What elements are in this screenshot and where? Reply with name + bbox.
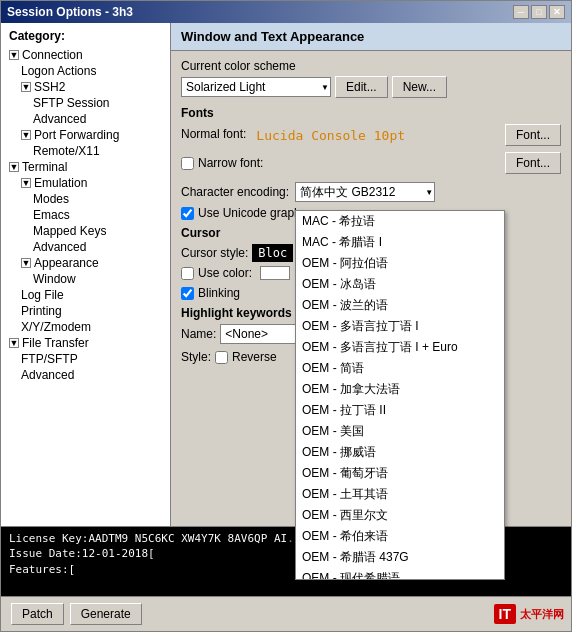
- encoding-row: Character encoding: 简体中文 GB2312 ▼: [181, 182, 561, 202]
- blinking-checkbox[interactable]: [181, 287, 194, 300]
- tree-label: SSH2: [34, 80, 65, 94]
- encoding-option[interactable]: OEM - 简语: [296, 358, 504, 379]
- site-name: 太平洋网: [520, 607, 564, 622]
- encoding-option[interactable]: OEM - 冰岛语: [296, 274, 504, 295]
- title-bar: Session Options - 3h3 ─ □ ✕: [1, 1, 571, 23]
- window-body: Category: ▼ Connection Logon Actions ▼ S…: [1, 23, 571, 526]
- expand-icon: ▼: [21, 82, 31, 92]
- narrow-font-checkbox[interactable]: [181, 157, 194, 170]
- title-bar-controls: ─ □ ✕: [513, 5, 565, 19]
- tree-item-xyzmodem[interactable]: X/Y/Zmodem: [1, 319, 170, 335]
- use-color-checkbox[interactable]: [181, 267, 194, 280]
- tree-label: Log File: [21, 288, 64, 302]
- tree-item-advanced-ft[interactable]: Advanced: [1, 367, 170, 383]
- encoding-label: Character encoding:: [181, 185, 289, 199]
- cursor-style-label: Cursor style:: [181, 246, 248, 260]
- encoding-option[interactable]: OEM - 美国: [296, 421, 504, 442]
- tree-item-log-file[interactable]: Log File: [1, 287, 170, 303]
- encoding-option[interactable]: OEM - 拉丁语 II: [296, 400, 504, 421]
- tree-item-window[interactable]: Window: [1, 271, 170, 287]
- encoding-select[interactable]: 简体中文 GB2312: [295, 182, 435, 202]
- tree-item-printing[interactable]: Printing: [1, 303, 170, 319]
- tree-item-appearance[interactable]: ▼ Appearance: [1, 255, 170, 271]
- encoding-option[interactable]: OEM - 挪威语: [296, 442, 504, 463]
- tree-item-sftp[interactable]: SFTP Session: [1, 95, 170, 111]
- unicode-checkbox[interactable]: [181, 207, 194, 220]
- encoding-option[interactable]: OEM - 阿拉伯语: [296, 253, 504, 274]
- color-scheme-row: Solarized Light Default Dark Custom ▼ Ed…: [181, 76, 561, 98]
- encoding-option[interactable]: OEM - 加拿大法语: [296, 379, 504, 400]
- encoding-dropdown-wrapper: 简体中文 GB2312 ▼: [295, 182, 435, 202]
- narrow-font-label: Narrow font:: [198, 156, 263, 170]
- tree-label: X/Y/Zmodem: [21, 320, 91, 334]
- tree-item-ssh2[interactable]: ▼ SSH2: [1, 79, 170, 95]
- window-title: Session Options - 3h3: [7, 5, 133, 19]
- expand-icon: ▼: [9, 338, 19, 348]
- tree-label: SFTP Session: [33, 96, 109, 110]
- edit-button[interactable]: Edit...: [335, 76, 388, 98]
- expand-icon: ▼: [21, 178, 31, 188]
- tree-label: Advanced: [33, 112, 86, 126]
- tree-item-emacs[interactable]: Emacs: [1, 207, 170, 223]
- encoding-option[interactable]: OEM - 西里尔文: [296, 505, 504, 526]
- color-scheme-label: Current color scheme: [181, 59, 561, 73]
- tree-item-connection[interactable]: ▼ Connection: [1, 47, 170, 63]
- tree-label: Modes: [33, 192, 69, 206]
- tree-item-terminal[interactable]: ▼ Terminal: [1, 159, 170, 175]
- tree-label: Mapped Keys: [33, 224, 106, 238]
- tree-label: Logon Actions: [21, 64, 96, 78]
- narrow-font-button[interactable]: Font...: [505, 152, 561, 174]
- normal-font-label: Normal font:: [181, 127, 246, 141]
- maximize-button[interactable]: □: [531, 5, 547, 19]
- tree-label: Terminal: [22, 160, 67, 174]
- encoding-option[interactable]: MAC - 希拉语: [296, 211, 504, 232]
- highlight-name-label: Name:: [181, 327, 216, 341]
- color-swatch[interactable]: [260, 266, 290, 280]
- tree-label: Emacs: [33, 208, 70, 222]
- generate-button[interactable]: Generate: [70, 603, 142, 625]
- encoding-dropdown-list: MAC - 希拉语 MAC - 希腊语 I OEM - 阿拉伯语 OEM - 冰…: [295, 210, 505, 526]
- tree-label: Advanced: [21, 368, 74, 382]
- encoding-option[interactable]: OEM - 波兰的语: [296, 295, 504, 316]
- section-header: Window and Text Appearance: [171, 23, 571, 51]
- tree-item-logon-actions[interactable]: Logon Actions: [1, 63, 170, 79]
- use-color-label: Use color:: [198, 266, 252, 280]
- tree-label: FTP/SFTP: [21, 352, 78, 366]
- encoding-option[interactable]: OEM - 多语言拉丁语 I + Euro: [296, 337, 504, 358]
- content-panel: Window and Text Appearance Current color…: [171, 23, 571, 526]
- encoding-option[interactable]: OEM - 多语言拉丁语 I: [296, 316, 504, 337]
- tree-item-emulation[interactable]: ▼ Emulation: [1, 175, 170, 191]
- new-button[interactable]: New...: [392, 76, 447, 98]
- tree-item-modes[interactable]: Modes: [1, 191, 170, 207]
- tree-label: Advanced: [33, 240, 86, 254]
- expand-icon: ▼: [9, 50, 19, 60]
- highlight-reverse-checkbox[interactable]: [215, 351, 228, 364]
- tree-label: Port Forwarding: [34, 128, 119, 142]
- tree-label: Window: [33, 272, 76, 286]
- encoding-option[interactable]: OEM - 葡萄牙语: [296, 463, 504, 484]
- narrow-font-row: Narrow font: Font...: [181, 152, 561, 174]
- tree-item-file-transfer[interactable]: ▼ File Transfer: [1, 335, 170, 351]
- tree-item-port-forwarding[interactable]: ▼ Port Forwarding: [1, 127, 170, 143]
- bottom-bar: Patch Generate: [1, 596, 571, 631]
- close-button[interactable]: ✕: [549, 5, 565, 19]
- expand-icon: ▼: [21, 258, 31, 268]
- fonts-label: Fonts: [181, 106, 561, 120]
- tree-item-mapped-keys[interactable]: Mapped Keys: [1, 223, 170, 239]
- tree-item-ftp-sftp[interactable]: FTP/SFTP: [1, 351, 170, 367]
- color-scheme-select[interactable]: Solarized Light Default Dark Custom: [181, 77, 331, 97]
- category-label: Category:: [1, 27, 170, 47]
- tree-item-remote-x11[interactable]: Remote/X11: [1, 143, 170, 159]
- fonts-group: Fonts Normal font: Lucida Console 10pt F…: [181, 106, 561, 174]
- minimize-button[interactable]: ─: [513, 5, 529, 19]
- tree-label: Printing: [21, 304, 62, 318]
- encoding-option[interactable]: MAC - 希腊语 I: [296, 232, 504, 253]
- patch-button[interactable]: Patch: [11, 603, 64, 625]
- encoding-option[interactable]: OEM - 土耳其语: [296, 484, 504, 505]
- normal-font-button[interactable]: Font...: [505, 124, 561, 146]
- tree-label: File Transfer: [22, 336, 89, 350]
- tree-item-advanced-emulation[interactable]: Advanced: [1, 239, 170, 255]
- category-panel: Category: ▼ Connection Logon Actions ▼ S…: [1, 23, 171, 526]
- tree-item-advanced-ssh[interactable]: Advanced: [1, 111, 170, 127]
- normal-font-row: Normal font: Lucida Console 10pt Font...: [181, 124, 561, 146]
